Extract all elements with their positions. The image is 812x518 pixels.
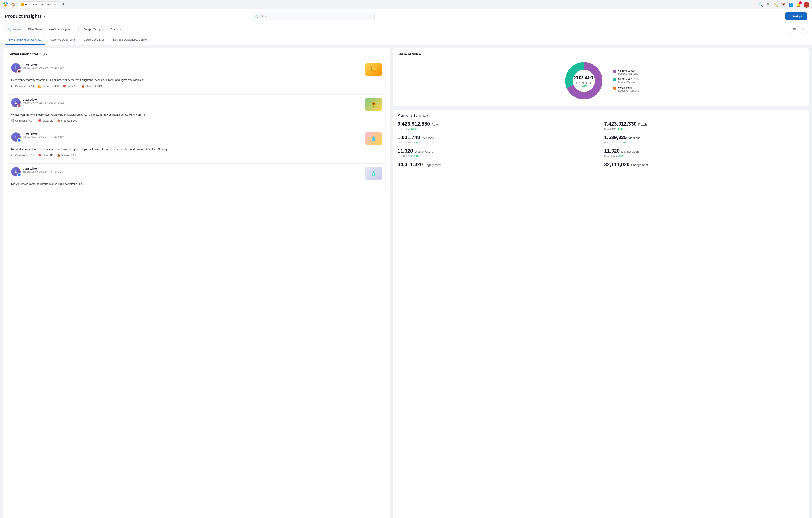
legend-text-neutral: 31.28% (469.77K) Neutral Mentions bbox=[618, 78, 639, 84]
metric-mentions-1: 1,031,748 Mentions Prev 988,22K +4.22% bbox=[398, 135, 598, 144]
budget-group-label: Budget Group bbox=[84, 28, 100, 31]
stat-shares-1: 📤 Shares: 2.34M bbox=[81, 85, 102, 88]
card-meta-3: LuxeGlow @LuxeGlow • 7:15 am Dec 28, 202… bbox=[23, 132, 363, 139]
stat-likes-3: ❤️ Likes: 9K bbox=[38, 154, 53, 157]
stat-likes-2: ❤️ Likes: 9K bbox=[38, 119, 53, 122]
stat-comments-3: 💬 Comments: 4.3K bbox=[11, 154, 34, 157]
svg-point-0 bbox=[3, 2, 5, 4]
filter-name-label: Filter Name: bbox=[28, 28, 43, 31]
mentions-summary-panel: Mentions Summary 9,423,912,330 Reach Pre… bbox=[393, 110, 809, 518]
metric-distinct-1: 11,320 Distinct Users Prev 10,57K +7.13% bbox=[398, 148, 598, 157]
app-header: Product Insights ▾ 🔍 + Widget bbox=[0, 9, 812, 24]
tab-product-insights-overview[interactable]: Product Insights Overview bbox=[5, 35, 45, 45]
facebook-badge-3: f bbox=[17, 138, 21, 142]
legend-text-negative: 0.03% (457) Negative Mentions bbox=[618, 86, 639, 92]
browser-calendar-icon[interactable]: 📅 bbox=[781, 2, 786, 7]
metric-unit-reach-2: Reach bbox=[638, 123, 647, 126]
tabs-bar: Product Insights Overview Audience Deep-… bbox=[0, 35, 812, 45]
metric-engagement-1: 34,311,320 Engagement bbox=[398, 162, 598, 168]
sov-title: Share of Voice bbox=[398, 52, 804, 56]
donut-chart: 202,401 Total Mentions +3.1% bbox=[563, 60, 605, 102]
metric-prev-reach-1: Prev 8,93M +5.23% bbox=[398, 128, 598, 130]
browser-users-icon[interactable]: 👥 bbox=[788, 2, 793, 7]
card-handle-1: @LuxeGlow • 7:15 am Dec 28, 2022 bbox=[23, 66, 363, 69]
donut-total: 202,401 bbox=[574, 75, 594, 81]
card-stats-2: 💬 Comments: 4.3K ❤️ Likes: 9K 📤 Shares: … bbox=[11, 119, 382, 122]
avatar-wrap-3: L f bbox=[11, 132, 21, 142]
legend-neutral: 31.28% (469.77K) Neutral Mentions bbox=[613, 78, 639, 84]
filter-tag-close-icon[interactable]: × bbox=[72, 28, 74, 31]
tab-close-button[interactable]: × bbox=[54, 3, 56, 6]
avatar-wrap-2: L 📷 bbox=[11, 98, 21, 107]
card-username-2: LuxeGlow bbox=[23, 98, 363, 101]
browser-edit-icon[interactable]: ✏️ bbox=[773, 2, 778, 7]
browser-grid-icon[interactable]: ⊞ bbox=[765, 2, 771, 7]
bell-badge: 8 bbox=[799, 1, 802, 4]
tab-audience-deep-dive[interactable]: Audience Deep-Dive bbox=[46, 35, 79, 45]
browser-tab[interactable]: Product Insights - Over... × bbox=[18, 1, 59, 8]
svg-point-1 bbox=[6, 2, 8, 4]
card-meta-1: LuxeGlow @LuxeGlow • 7:15 am Dec 28, 202… bbox=[23, 63, 363, 69]
mentions-title: Mentions Summary bbox=[398, 114, 804, 118]
card-stats-3: 💬 Comments: 4.3K ❤️ Likes: 9K 📤 Shares: … bbox=[11, 154, 382, 157]
filter-icon-button[interactable]: ⊟ bbox=[791, 26, 798, 33]
card-username-3: LuxeGlow bbox=[23, 132, 363, 136]
search-bar: 🔍 bbox=[252, 12, 375, 20]
filter-tag-text: LuxeGlow Insights bbox=[48, 28, 70, 31]
keyword-filter[interactable]: 🔍 Keyword bbox=[5, 26, 26, 32]
tab-devices-audiences-content[interactable]: Devices, Audiences, Content bbox=[109, 35, 152, 45]
sov-content: 202,401 Total Mentions +3.1% 68.69% (1.0… bbox=[398, 60, 804, 102]
status-label: Status bbox=[111, 28, 119, 31]
home-icon[interactable]: 🏠 bbox=[10, 2, 16, 8]
card-username-4: LuxeGlow bbox=[23, 167, 363, 170]
card-thumb-4: 🧴 bbox=[365, 167, 382, 180]
keyword-placeholder: Keyword bbox=[12, 28, 23, 31]
metric-prev-distinct-1: Prev 10,57K +7.13% bbox=[398, 155, 598, 157]
card-text-4: Did you know @AllGoodBrand makes hand sa… bbox=[11, 182, 382, 186]
donut-change: +3.1% bbox=[574, 84, 594, 87]
metric-value-engagement-1: 34,311,320 bbox=[398, 162, 423, 167]
mentions-grid: 9,423,912,330 Reach Prev 8,93M +5.23% 7,… bbox=[398, 121, 804, 168]
budget-group-chevron-icon: ▾ bbox=[102, 28, 103, 31]
metric-mentions-2: 1,639,325 Mentions Prev 1,602M +2.23% bbox=[604, 135, 804, 144]
budget-group-dropdown[interactable]: Budget Group ▾ bbox=[81, 26, 106, 32]
metric-unit-distinct-2: Distinct Users bbox=[621, 150, 639, 153]
filter-tag-luxeglow[interactable]: LuxeGlow Insights × ▾ bbox=[45, 26, 79, 32]
filter-right-icons: ⊟ ⤢ bbox=[791, 26, 807, 33]
metric-unit-mentions-1: Mentions bbox=[422, 136, 434, 140]
conversation-card-1: L 📷 LuxeGlow @LuxeGlow • 7:15 am Dec 28,… bbox=[8, 60, 386, 91]
search-input[interactable] bbox=[252, 12, 375, 20]
card-meta-4: LuxeGlow @LuxeGlow • 7:15 am Dec 28, 202… bbox=[23, 167, 363, 173]
status-dropdown[interactable]: Status ▾ bbox=[108, 26, 124, 32]
conversation-card-2: L 📷 LuxeGlow @LuxeGlow • 7:15 am Dec 28,… bbox=[8, 94, 386, 126]
tab-title: Product Insights - Over... bbox=[25, 3, 53, 6]
page-title-area: Product Insights ▾ bbox=[5, 13, 45, 19]
conversation-stream-title: Conversation Stream (17) bbox=[8, 52, 386, 56]
expand-icon-button[interactable]: ⤢ bbox=[800, 26, 807, 33]
new-tab-button[interactable]: + bbox=[60, 2, 66, 8]
instagram-badge-1: 📷 bbox=[17, 69, 21, 73]
donut-label: Total Mentions bbox=[574, 81, 594, 84]
conversation-card-4: L f LuxeGlow @LuxeGlow • 7:15 am Dec 28,… bbox=[8, 164, 386, 192]
stat-shares-3: 📤 Shares: 2.34M bbox=[57, 154, 78, 157]
instagram-badge-2: 📷 bbox=[17, 104, 21, 108]
card-handle-3: @LuxeGlow • 7:15 am Dec 28, 2022 bbox=[23, 136, 363, 139]
legend-dot-neutral bbox=[613, 78, 616, 81]
card-handle-4: @LuxeGlow • 7:15 am Dec 28, 2022 bbox=[23, 170, 363, 173]
main-content: Conversation Stream (17) L 📷 LuxeGlow @L… bbox=[0, 45, 812, 518]
metric-value-mentions-1: 1,031,748 bbox=[398, 135, 420, 140]
filter-bar: 🔍 Keyword Filter Name: LuxeGlow Insights… bbox=[0, 24, 812, 35]
card-username-1: LuxeGlow bbox=[23, 63, 363, 66]
user-avatar[interactable]: U bbox=[804, 2, 809, 8]
card-text-3: Reminder: Your skin deserves some extra … bbox=[11, 147, 382, 151]
browser-search-icon[interactable]: 🔍 bbox=[758, 2, 763, 7]
browser-chrome: 🏠 Product Insights - Over... × + 🔍 ⊞ ✏️ … bbox=[0, 0, 812, 9]
tab-media-deep-dive[interactable]: Media Deep-Dive bbox=[80, 35, 108, 45]
card-meta-2: LuxeGlow @LuxeGlow • 7:15 am Dec 28, 202… bbox=[23, 98, 363, 104]
title-chevron-icon[interactable]: ▾ bbox=[44, 15, 45, 19]
sov-legend: 68.69% (1.03M) Positive Mentions 31.28% … bbox=[613, 69, 639, 92]
add-widget-button[interactable]: + Widget bbox=[785, 12, 807, 20]
metric-prev-mentions-2: Prev 1,602M +2.23% bbox=[604, 141, 804, 144]
metric-reach-2: 7,423,912,330 Reach Prev 6,34M +9.23% bbox=[604, 121, 804, 130]
browser-bell-icon[interactable]: 🔔 8 bbox=[796, 2, 801, 7]
